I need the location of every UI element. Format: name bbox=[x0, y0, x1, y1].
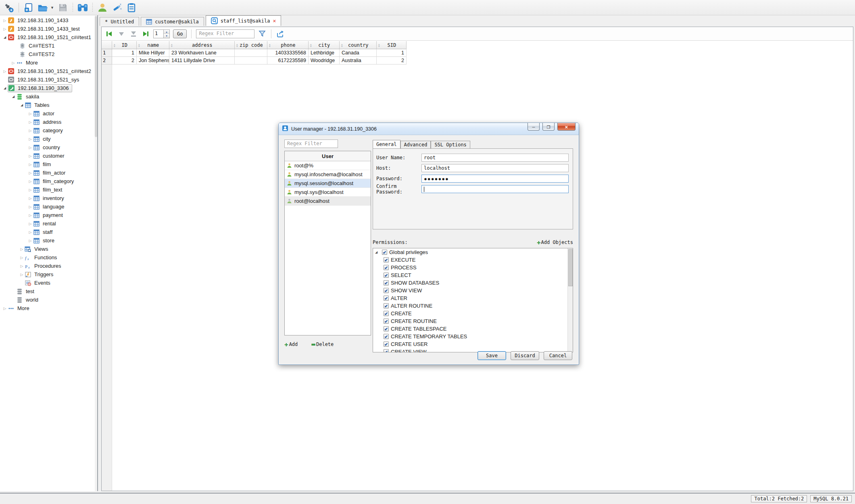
sidebar-scrollbar[interactable] bbox=[95, 15, 97, 491]
checkbox-checked-icon[interactable]: ✔ bbox=[384, 265, 389, 270]
expand-collapsed-icon[interactable]: ▷ bbox=[27, 162, 33, 167]
password-input[interactable]: ●●●●●●● bbox=[421, 175, 569, 183]
privilege-process[interactable]: ✔PROCESS bbox=[373, 264, 573, 271]
expand-expanded-icon[interactable]: ◢ bbox=[19, 103, 25, 107]
privilege-create-routine[interactable]: ✔CREATE ROUTINE bbox=[373, 317, 573, 325]
checkbox-checked-icon[interactable]: ✔ bbox=[384, 334, 389, 339]
tree-item-192-168-31-190-1433[interactable]: ▷192.168.31.190_1433 bbox=[0, 16, 95, 25]
tab-staff-list-sakila[interactable]: staff_list@sakila✕ bbox=[206, 15, 282, 26]
maximize-icon[interactable]: ❐ bbox=[542, 123, 555, 131]
privilege-create[interactable]: ✔CREATE bbox=[373, 310, 573, 317]
privilege-alter[interactable]: ✔ALTER bbox=[373, 294, 573, 302]
open-folder-icon[interactable] bbox=[38, 2, 49, 13]
expand-collapsed-icon[interactable]: ▷ bbox=[2, 19, 8, 23]
user-list-item-root-[interactable]: root@% bbox=[285, 161, 371, 170]
expand-collapsed-icon[interactable]: ▷ bbox=[27, 112, 33, 116]
tree-item-rental[interactable]: ▷rental bbox=[0, 219, 95, 228]
expand-collapsed-icon[interactable]: ▷ bbox=[27, 146, 33, 150]
connect-icon[interactable] bbox=[3, 2, 15, 13]
checkbox-checked-icon[interactable]: ✔ bbox=[384, 273, 389, 278]
tree-item-more[interactable]: ▷More bbox=[0, 304, 95, 312]
open-dropdown-arrow-icon[interactable]: ▼ bbox=[50, 6, 54, 10]
cell[interactable]: 1 bbox=[112, 49, 137, 57]
expand-collapsed-icon[interactable]: ▷ bbox=[27, 205, 33, 209]
tree-item-c-test1[interactable]: C##TEST1 bbox=[0, 42, 95, 50]
privilege-show-view[interactable]: ✔SHOW VIEW bbox=[373, 287, 573, 294]
expand-collapsed-icon[interactable]: ▷ bbox=[19, 256, 25, 260]
bottom-page-icon[interactable] bbox=[129, 29, 138, 38]
sidebar-scrollbar-thumb[interactable] bbox=[95, 16, 97, 137]
column-header-zip-code[interactable]: ▲▼zip code bbox=[235, 41, 267, 49]
tree-item-sakila[interactable]: ◢sakila bbox=[0, 92, 95, 101]
tree-item-more[interactable]: ▷More bbox=[0, 58, 95, 67]
tree-item-views[interactable]: ▷Views bbox=[0, 245, 95, 253]
expand-collapsed-icon[interactable]: ▷ bbox=[27, 137, 33, 141]
table-row[interactable]: 22Jon Stephens1411 Lillydale Drive617223… bbox=[102, 57, 407, 65]
cell[interactable]: 2 bbox=[377, 57, 407, 65]
checkbox-checked-icon[interactable]: ✔ bbox=[384, 257, 389, 262]
expand-expanded-icon[interactable]: ◢ bbox=[2, 35, 8, 39]
expand-collapsed-icon[interactable]: ▷ bbox=[2, 69, 8, 73]
dialog-tab-ssl-options[interactable]: SSL Options bbox=[431, 141, 470, 148]
last-page-icon[interactable] bbox=[141, 29, 150, 38]
privilege-global-privileges[interactable]: ◢✔Global privileges bbox=[373, 248, 573, 256]
expand-expanded-icon[interactable]: ◢ bbox=[10, 95, 16, 98]
privilege-show-databases[interactable]: ✔SHOW DATABASES bbox=[373, 279, 573, 287]
expand-collapsed-icon[interactable]: ▷ bbox=[19, 264, 25, 268]
host-input[interactable]: localhost bbox=[421, 164, 569, 172]
checkbox-checked-icon[interactable]: ✔ bbox=[384, 349, 389, 352]
column-header-SID[interactable]: ▲▼SID bbox=[377, 41, 407, 49]
checkbox-checked-icon[interactable]: ✔ bbox=[384, 288, 389, 293]
privilege-create-tablespace[interactable]: ✔CREATE TABLESPACE bbox=[373, 325, 573, 333]
expand-expanded-icon[interactable]: ◢ bbox=[2, 86, 8, 90]
tree-item-192-168-31-190-1521-c-test2[interactable]: ▷192.168.31.190_1521_c##test2 bbox=[0, 67, 95, 75]
grid-regex-filter-input[interactable]: Regex Filter bbox=[196, 29, 254, 38]
tree-item-film-category[interactable]: ▷film_category bbox=[0, 177, 95, 185]
expand-collapsed-icon[interactable]: ▷ bbox=[27, 230, 33, 234]
tree-item-actor[interactable]: ▷actor bbox=[0, 109, 95, 118]
tree-item-film[interactable]: ▷film bbox=[0, 160, 95, 169]
expand-collapsed-icon[interactable]: ▷ bbox=[10, 61, 16, 65]
tab-close-icon[interactable]: ✕ bbox=[273, 18, 276, 24]
privilege-select[interactable]: ✔SELECT bbox=[373, 271, 573, 279]
column-header-ID[interactable]: ▲▼ID bbox=[112, 41, 137, 49]
cell[interactable]: 6172235589 bbox=[267, 57, 309, 65]
format-wand-icon[interactable]: xx bbox=[111, 2, 123, 13]
checkbox-checked-icon[interactable]: ✔ bbox=[382, 250, 387, 255]
next-page-icon[interactable] bbox=[117, 29, 126, 38]
discard-button[interactable]: Discard bbox=[511, 351, 539, 360]
cell[interactable]: Woodridge bbox=[309, 57, 340, 65]
privilege-execute[interactable]: ✔EXECUTE bbox=[373, 256, 573, 264]
save-icon[interactable] bbox=[57, 2, 69, 13]
tree-item-customer[interactable]: ▷customer bbox=[0, 152, 95, 160]
tree-item-192-168-31-190-1433-test[interactable]: ▷192.168.31.190_1433_test bbox=[0, 25, 95, 33]
cell[interactable]: Mike Hillyer bbox=[137, 49, 169, 57]
checkbox-checked-icon[interactable]: ✔ bbox=[384, 303, 389, 308]
permissions-scrollbar-thumb[interactable] bbox=[568, 249, 573, 286]
minimize-icon[interactable]: ─ bbox=[528, 123, 540, 131]
tree-item-store[interactable]: ▷store bbox=[0, 236, 95, 245]
cell[interactable] bbox=[235, 49, 267, 57]
column-header-name[interactable]: ▲▼name bbox=[137, 41, 169, 49]
cell[interactable]: 14033335568 bbox=[267, 49, 309, 57]
user-manager-icon[interactable] bbox=[97, 2, 108, 13]
expand-collapsed-icon[interactable]: ▷ bbox=[2, 306, 8, 310]
permissions-scrollbar[interactable] bbox=[567, 248, 573, 352]
filter-funnel-icon[interactable] bbox=[258, 29, 267, 38]
tree-item-city[interactable]: ▷city bbox=[0, 135, 95, 143]
new-query-icon[interactable] bbox=[23, 2, 34, 13]
cancel-button[interactable]: Cancel bbox=[544, 351, 572, 360]
checkbox-checked-icon[interactable]: ✔ bbox=[384, 280, 389, 285]
save-button[interactable]: Save bbox=[478, 351, 506, 360]
tree-item-192-168-31-190-3306[interactable]: ◢192.168.31.190_3306 bbox=[0, 84, 95, 92]
tree-item-inventory[interactable]: ▷inventory bbox=[0, 194, 95, 202]
tree-item-country[interactable]: ▷country bbox=[0, 143, 95, 152]
spin-down-icon[interactable]: ▼ bbox=[164, 34, 169, 38]
dialog-titlebar[interactable]: User manager - 192.168.31.190_3306 ─ ❐ ✕ bbox=[279, 123, 579, 135]
checkbox-checked-icon[interactable]: ✔ bbox=[384, 319, 389, 324]
privilege-alter-routine[interactable]: ✔ALTER ROUTINE bbox=[373, 302, 573, 310]
dialog-tab-general[interactable]: General bbox=[373, 140, 400, 148]
cell[interactable]: 2 bbox=[112, 57, 137, 65]
expand-collapsed-icon[interactable]: ▷ bbox=[27, 239, 33, 243]
column-header-country[interactable]: ▲▼country bbox=[340, 41, 377, 49]
